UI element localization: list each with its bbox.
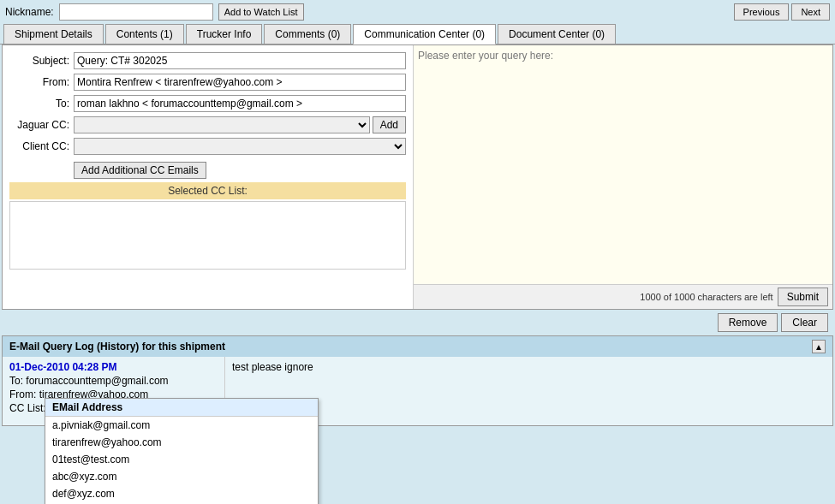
- char-count: 1000 of 1000 characters are left: [640, 292, 772, 302]
- log-header: E-Mail Query Log (History) for this ship…: [3, 336, 832, 357]
- dropdown-item-1[interactable]: tirarenfrew@yahoo.com: [45, 434, 318, 451]
- jaguar-cc-row: Jaguar CC: Add: [9, 116, 406, 133]
- dropdown-header: EMail Address: [45, 399, 318, 417]
- cc-list-header: Selected CC List:: [9, 182, 406, 199]
- log-title: E-Mail Query Log (History) for this ship…: [9, 341, 225, 353]
- tab-shipment-details[interactable]: Shipment Details: [3, 24, 104, 44]
- top-bar: Nickname: Add to Watch List Previous Nex…: [0, 0, 835, 24]
- left-panel: Subject: From: To: Jaguar CC: Add Client…: [3, 45, 414, 309]
- tab-contents[interactable]: Contents (1): [105, 24, 184, 44]
- dropdown-item-3[interactable]: abc@xyz.com: [45, 468, 318, 485]
- jaguar-cc-label: Jaguar CC:: [9, 119, 74, 131]
- client-cc-select[interactable]: [74, 138, 406, 155]
- from-label: From:: [9, 76, 74, 88]
- next-btn[interactable]: Next: [791, 3, 830, 21]
- scroll-up-btn[interactable]: ▲: [812, 340, 826, 353]
- submit-btn[interactable]: Submit: [778, 288, 828, 306]
- add-cc-row: Add Additional CC Emails: [9, 159, 406, 179]
- watch-btn[interactable]: Add to Watch List: [218, 3, 304, 21]
- from-row: From:: [9, 74, 406, 91]
- add-cc-emails-btn[interactable]: Add Additional CC Emails: [74, 162, 206, 179]
- subject-label: Subject:: [9, 55, 74, 67]
- message-textarea[interactable]: [414, 45, 832, 284]
- nav-buttons: Previous Next: [734, 3, 830, 21]
- subject-row: Subject:: [9, 52, 406, 69]
- tab-comments[interactable]: Comments (0): [264, 24, 351, 44]
- dropdown-item-0[interactable]: a.pivniak@gmail.com: [45, 417, 318, 434]
- client-cc-label: Client CC:: [9, 140, 74, 152]
- tab-trucker-info[interactable]: Trucker Info: [186, 24, 263, 44]
- cc-list-area: [9, 201, 406, 270]
- dropdown-item-4[interactable]: def@xyz.com: [45, 485, 318, 502]
- nickname-input[interactable]: [59, 3, 213, 21]
- log-message: test please ignore: [232, 361, 826, 373]
- to-input[interactable]: [74, 95, 406, 112]
- tabs-bar: Shipment Details Contents (1) Trucker In…: [0, 24, 835, 44]
- char-count-row: 1000 of 1000 characters are left Submit: [414, 284, 832, 309]
- main-content: Subject: From: To: Jaguar CC: Add Client…: [2, 44, 833, 310]
- to-row: To:: [9, 95, 406, 112]
- email-dropdown: EMail Address a.pivniak@gmail.com tirare…: [45, 398, 319, 504]
- nickname-label: Nickname:: [5, 6, 54, 18]
- subject-input[interactable]: [74, 52, 406, 69]
- remove-btn[interactable]: Remove: [718, 313, 778, 332]
- action-row: Remove Clear: [0, 310, 835, 335]
- tab-communication-center[interactable]: Communication Center (0): [353, 24, 496, 44]
- dropdown-item-2[interactable]: 01test@test.com: [45, 451, 318, 468]
- right-panel: 1000 of 1000 characters are left Submit: [414, 45, 832, 309]
- log-to: To: forumaccounttemp@gmail.com: [9, 375, 218, 387]
- previous-btn[interactable]: Previous: [734, 3, 790, 21]
- client-cc-row: Client CC:: [9, 138, 406, 155]
- clear-btn[interactable]: Clear: [781, 313, 828, 332]
- to-label: To:: [9, 98, 74, 110]
- from-input[interactable]: [74, 74, 406, 91]
- tab-document-center[interactable]: Document Center (0): [498, 24, 616, 44]
- jaguar-cc-select[interactable]: [74, 116, 370, 133]
- log-date: 01-Dec-2010 04:28 PM: [9, 361, 218, 373]
- jaguar-add-btn[interactable]: Add: [373, 116, 406, 133]
